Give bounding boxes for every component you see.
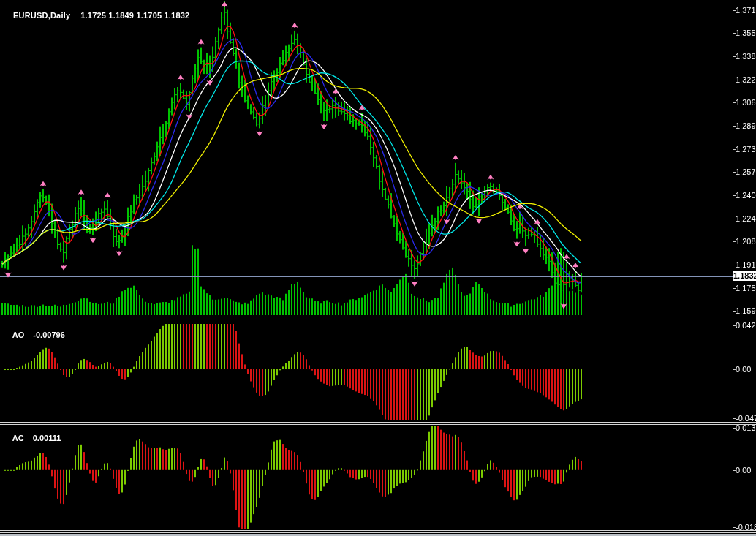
pane-separator-ao-ac[interactable] xyxy=(0,422,756,423)
main-chart-canvas[interactable] xyxy=(0,0,756,536)
bid-price-box: 1.1832 xyxy=(733,271,756,281)
ac-value: 0.00111 xyxy=(33,434,61,442)
ao-indicator-label: AO-0.00796 xyxy=(4,322,65,348)
pane-separator-volume-ao-line2 xyxy=(0,320,756,320)
symbol-period-label: EURUSD,Daily xyxy=(13,11,70,20)
ohlc-values: 1.1725 1.1849 1.1705 1.1832 xyxy=(80,11,189,20)
window-bottom-line xyxy=(0,532,756,533)
ao-name: AO xyxy=(12,331,25,339)
chart-window: EURUSD,Daily1.1725 1.1849 1.1705 1.1832 … xyxy=(0,0,756,536)
ac-name: AC xyxy=(12,434,24,442)
chart-title: EURUSD,Daily1.1725 1.1849 1.1705 1.1832 xyxy=(4,2,189,29)
pane-separator-volume-ao[interactable] xyxy=(0,317,756,317)
pane-bottom-line xyxy=(0,530,756,531)
pane-separator-ao-ac-line2 xyxy=(0,424,756,425)
price-axis-line xyxy=(733,0,733,534)
ac-indicator-label: AC0.00111 xyxy=(4,425,61,451)
ao-value: -0.00796 xyxy=(33,331,64,339)
